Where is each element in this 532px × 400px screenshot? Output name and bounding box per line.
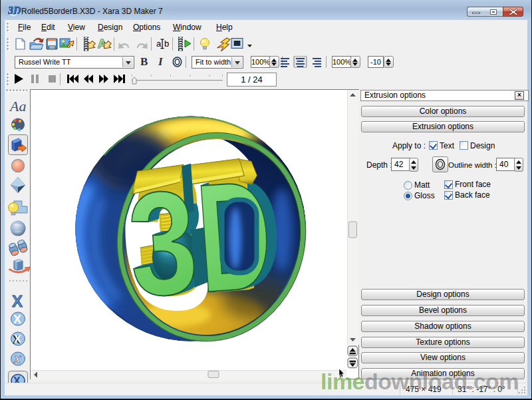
svg-text:b: b: [164, 39, 169, 49]
svg-text:X: X: [14, 333, 21, 345]
svg-text:X: X: [13, 353, 21, 365]
svg-text:X: X: [12, 292, 23, 310]
svg-text:Aa: Aa: [9, 98, 26, 114]
svg-text:X: X: [13, 313, 21, 326]
svg-text:a: a: [156, 39, 162, 49]
